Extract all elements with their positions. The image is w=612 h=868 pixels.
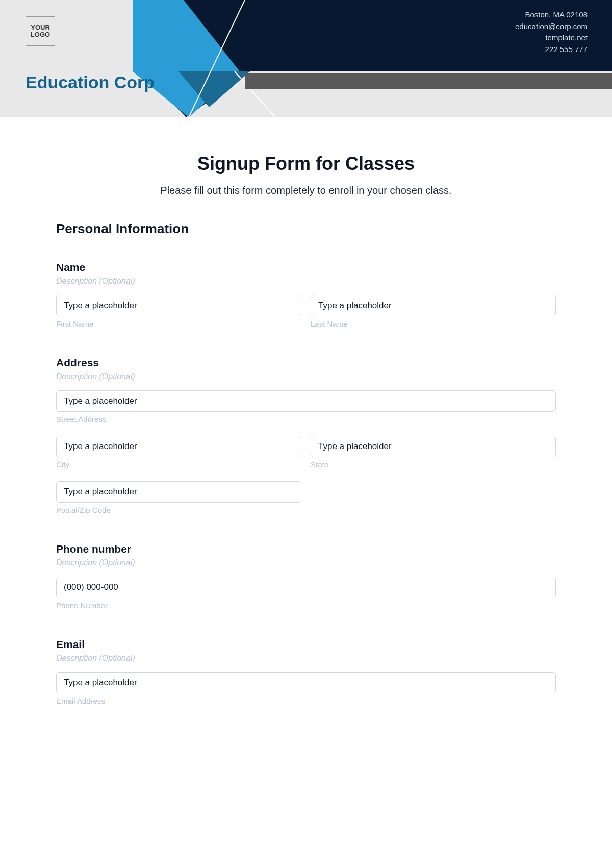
logo-text-2: LOGO [31,31,50,38]
zip-input[interactable] [56,481,301,503]
field-name: Name Description (Optional) First Name L… [56,261,556,328]
email-label: Email [56,638,556,651]
last-name-sublabel: Last Name [311,319,556,328]
first-name-input[interactable] [56,295,301,316]
name-label: Name [56,261,556,274]
street-sublabel: Street Address [56,415,556,424]
contact-block: Boston, MA 02108 education@corp.com temp… [515,9,588,55]
state-input[interactable] [311,436,556,457]
street-input[interactable] [56,390,556,412]
contact-address: Boston, MA 02108 [515,9,588,21]
city-sublabel: City [56,460,301,469]
gray-accent-bar [245,73,612,89]
section-personal-info: Personal Information [56,221,556,237]
zip-sublabel: Postal/Zip Code [56,506,301,514]
phone-input[interactable] [56,577,556,598]
email-input[interactable] [56,672,556,693]
contact-email: education@corp.com [515,21,588,33]
form-title: Signup Form for Classes [56,153,556,175]
state-sublabel: State [311,460,556,469]
address-desc: Description (Optional) [56,372,556,381]
field-email: Email Description (Optional) Email Addre… [56,638,556,705]
logo-text-1: YOUR [31,24,50,31]
form-subtitle: Please fill out this form completely to … [56,185,556,196]
logo-placeholder: YOUR LOGO [26,16,55,46]
email-desc: Description (Optional) [56,654,556,663]
email-sublabel: Email Address [56,697,556,705]
header-banner: YOUR LOGO Education Corp Boston, MA 0210… [0,0,612,117]
city-input[interactable] [56,436,301,457]
phone-desc: Description (Optional) [56,558,556,567]
field-address: Address Description (Optional) Street Ad… [56,357,556,514]
phone-label: Phone number [56,543,556,555]
field-phone: Phone number Description (Optional) Phon… [56,543,556,610]
company-name: Education Corp [26,72,155,92]
first-name-sublabel: First Name [56,319,301,328]
last-name-input[interactable] [311,295,556,316]
contact-website: template.net [515,32,588,44]
contact-phone: 222 555 777 [515,44,588,56]
name-desc: Description (Optional) [56,277,556,286]
form-content: Signup Form for Classes Please fill out … [0,117,612,705]
phone-sublabel: Phone Number [56,601,556,610]
address-label: Address [56,357,556,369]
